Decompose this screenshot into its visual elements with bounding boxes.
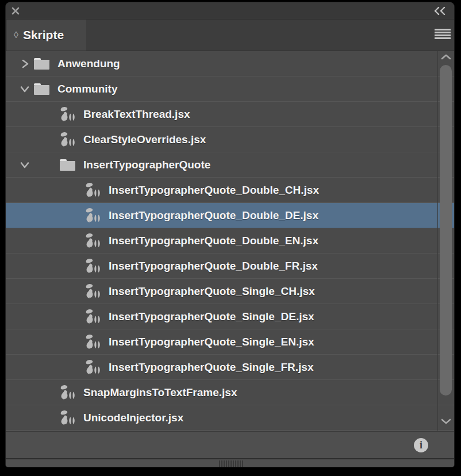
row-label: UnicodeInjector.jsx: [83, 405, 183, 430]
folder-icon: [59, 152, 76, 177]
row-label: InsertTypographerQuote_Single_FR.jsx: [109, 355, 314, 379]
panel-tab-label: Skripte: [23, 28, 64, 42]
script-icon: [59, 405, 76, 430]
row-label: Community: [57, 76, 118, 101]
collapse-panel-icon[interactable]: [433, 6, 447, 16]
chevron-down-icon[interactable]: [17, 76, 32, 101]
script-icon: [84, 304, 102, 329]
resize-grip[interactable]: [219, 460, 243, 467]
script-icon: [59, 127, 76, 152]
scripts-tree: Anwendung Community BreakTextThread.jsx …: [6, 51, 454, 431]
row-label: Anwendung: [57, 51, 120, 76]
script-icon: [84, 228, 102, 253]
row-label: InsertTypographerQuote_Single_DE.jsx: [109, 304, 314, 329]
script-icon: [84, 178, 102, 202]
row-label: InsertTypographerQuote_Double_EN.jsx: [109, 228, 318, 253]
row-label: InsertTypographerQuote_Single_CH.jsx: [109, 279, 315, 304]
row-label: InsertTypographerQuote_Double_DE.jsx: [109, 203, 318, 228]
panel-footer: i: [6, 431, 454, 458]
info-icon[interactable]: i: [414, 438, 428, 452]
panel-menu-icon[interactable]: [435, 29, 451, 39]
scripts-panel: ◊ Skripte Anwendung Community BreakTextT…: [6, 2, 454, 467]
tree-row[interactable]: ClearStyleOverrides.jsx: [6, 127, 454, 152]
script-icon: [84, 355, 102, 379]
tree-row[interactable]: InsertTypographerQuote: [6, 152, 454, 178]
script-icon: [84, 279, 102, 304]
tree-row[interactable]: UnicodeInjector.jsx: [6, 405, 454, 431]
chevron-right-icon[interactable]: [17, 51, 32, 76]
close-icon[interactable]: [11, 6, 20, 16]
tree-row[interactable]: InsertTypographerQuote_Double_FR.jsx: [6, 254, 454, 279]
panel-statusbar: [6, 458, 454, 467]
tree-row[interactable]: Anwendung: [6, 51, 454, 76]
row-label: InsertTypographerQuote_Double_FR.jsx: [109, 254, 318, 278]
script-icon: [84, 203, 102, 228]
row-label: InsertTypographerQuote_Double_CH.jsx: [109, 178, 319, 202]
row-label: BreakTextThread.jsx: [83, 102, 190, 126]
desktop: { "panel": { "tab": { "label": "Skripte"…: [0, 0, 461, 476]
script-icon: [84, 254, 102, 278]
folder-icon: [33, 76, 51, 101]
folder-icon: [33, 51, 51, 76]
chevron-down-icon[interactable]: [17, 152, 32, 177]
tree-row[interactable]: BreakTextThread.jsx: [6, 102, 454, 127]
script-icon: [84, 329, 102, 354]
panel-titlebar: [6, 2, 454, 20]
tree-row[interactable]: SnapMarginsToTextFrame.jsx: [6, 380, 454, 405]
tree-row[interactable]: InsertTypographerQuote_Single_CH.jsx: [6, 279, 454, 304]
row-label: SnapMarginsToTextFrame.jsx: [83, 380, 237, 405]
row-label: InsertTypographerQuote: [83, 152, 210, 177]
panel-tab-row: ◊ Skripte: [6, 20, 454, 51]
tree-row[interactable]: InsertTypographerQuote_Single_EN.jsx: [6, 329, 454, 355]
scroll-up-icon[interactable]: [440, 53, 452, 60]
panel-tab-widget-icon: ◊: [14, 30, 18, 40]
row-label: InsertTypographerQuote_Single_EN.jsx: [109, 329, 314, 354]
tree-row[interactable]: Community: [6, 76, 454, 102]
script-icon: [59, 102, 76, 126]
tree-row[interactable]: InsertTypographerQuote_Single_DE.jsx: [6, 304, 454, 329]
tree-row[interactable]: InsertTypographerQuote_Double_EN.jsx: [6, 228, 454, 254]
tree-row[interactable]: InsertTypographerQuote_Single_FR.jsx: [6, 355, 454, 380]
scrollbar-thumb[interactable]: [440, 65, 452, 396]
script-icon: [59, 380, 76, 405]
tree-row[interactable]: InsertTypographerQuote_Double_DE.jsx: [6, 203, 454, 228]
tab-skripte[interactable]: ◊ Skripte: [7, 20, 86, 51]
tree-row[interactable]: InsertTypographerQuote_Double_CH.jsx: [6, 178, 454, 203]
vertical-scrollbar[interactable]: [437, 51, 454, 431]
row-label: ClearStyleOverrides.jsx: [83, 127, 206, 152]
scroll-down-icon[interactable]: [440, 418, 452, 425]
